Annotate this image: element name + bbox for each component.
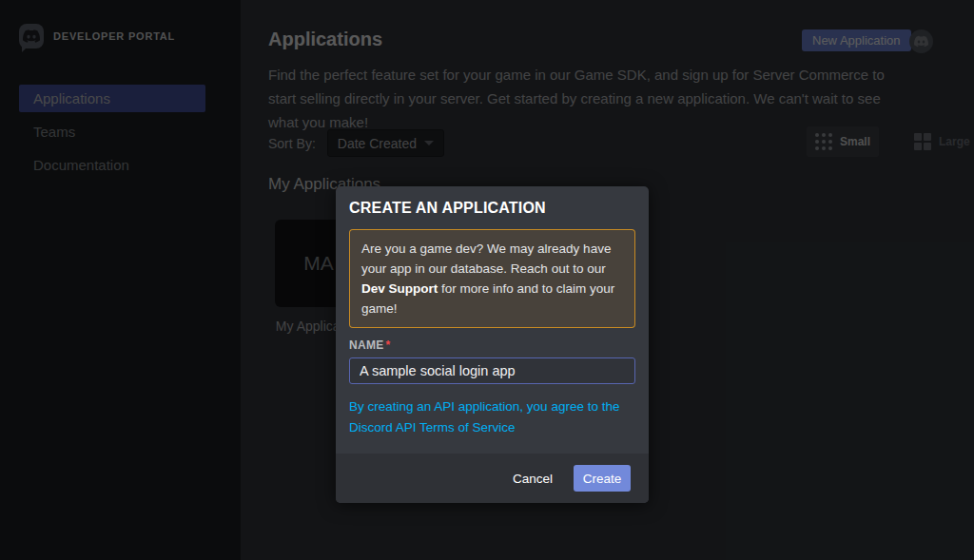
cancel-button[interactable]: Cancel <box>501 466 564 492</box>
modal-title: CREATE AN APPLICATION <box>349 200 635 217</box>
name-label-text: NAME <box>349 338 384 352</box>
dev-support-link[interactable]: Dev Support <box>361 281 438 296</box>
create-button[interactable]: Create <box>574 465 631 492</box>
create-application-modal: CREATE AN APPLICATION Are you a game dev… <box>336 186 649 503</box>
required-asterisk: * <box>386 338 391 352</box>
game-dev-notice: Are you a game dev? We may already have … <box>349 229 635 328</box>
terms-of-service-link[interactable]: By creating an API application, you agre… <box>349 396 634 438</box>
name-field-label: NAME* <box>349 338 635 352</box>
notice-text-pre: Are you a game dev? We may already have … <box>361 241 611 276</box>
modal-footer: Cancel Create <box>336 454 649 503</box>
name-input[interactable] <box>349 357 635 384</box>
